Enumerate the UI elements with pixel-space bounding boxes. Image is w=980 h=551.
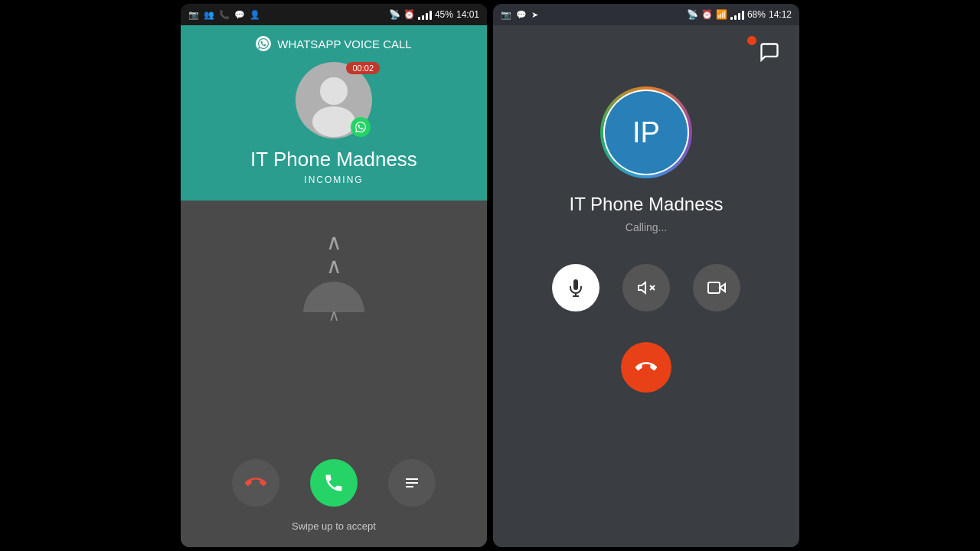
signal-icon <box>418 9 432 20</box>
svg-rect-8 <box>708 282 720 293</box>
phone2-body: IP IT Phone Madness Calling... <box>493 25 799 547</box>
p2-time-display: 14:12 <box>769 9 792 20</box>
call2-controls <box>552 264 740 311</box>
p2-whatsapp-icon: 💬 <box>516 10 527 20</box>
call2-status: Calling... <box>626 221 667 233</box>
phone1-body: ∧ ∧ ∧ <box>181 201 487 547</box>
status-icons-left: 📷 👥 📞 💬 👤 <box>188 10 260 20</box>
time-display: 14:01 <box>456 9 479 20</box>
chat-bubble-icon[interactable] <box>755 37 784 67</box>
arrow-icon-1: ∧ <box>326 231 342 255</box>
whatsapp-badge <box>351 117 371 137</box>
mute-button[interactable] <box>552 264 599 311</box>
phone1-status-bar: 📷 👥 📞 💬 👤 📡 ⏰ 45% 14:01 <box>181 4 487 25</box>
svg-point-1 <box>312 106 355 137</box>
status-icons-right: 📡 ⏰ 45% 14:01 <box>389 9 479 20</box>
decline-button[interactable] <box>232 459 279 507</box>
whatsapp-icon <box>256 36 271 51</box>
phone1-header: WHATSAPP VOICE CALL 00:02 IT Phon <box>181 25 487 201</box>
swipe-arrows: ∧ ∧ ∧ <box>303 231 364 324</box>
p2-status-icons-left: 📷 💬 ➤ <box>501 10 538 20</box>
alarm-icon: ⏰ <box>403 9 415 20</box>
message-icon: 💬 <box>234 10 245 20</box>
camera-icon: 📷 <box>188 10 199 20</box>
call-actions <box>232 459 436 507</box>
swipe-instruction: Swipe up to accept <box>292 520 376 532</box>
p2-status-icons-right: 📡 ⏰ 📶 68% 14:12 <box>687 9 792 20</box>
contacts-icon: 👥 <box>204 10 214 20</box>
whatsapp-call-label: WHATSAPP VOICE CALL <box>256 36 411 51</box>
svg-marker-4 <box>639 282 645 293</box>
p2-signal-icon <box>730 9 744 20</box>
caller2-name: IT Phone Madness <box>569 194 723 215</box>
avatar2-initials-bg: IP <box>605 91 688 174</box>
svg-point-0 <box>320 77 348 105</box>
accept-button[interactable] <box>310 459 358 507</box>
p2-nav-icon: ➤ <box>531 10 538 20</box>
group-icon: 👤 <box>250 10 260 20</box>
p2-alarm-icon: ⏰ <box>701 9 713 20</box>
p2-battery-text: 68% <box>747 9 766 20</box>
avatar2-container: IP <box>600 86 692 178</box>
caller-name: IT Phone Madness <box>250 148 417 171</box>
avatar2-initials: IP <box>632 116 660 149</box>
call-timer: 00:02 <box>346 62 380 74</box>
p2-camera-icon: 📷 <box>501 10 511 20</box>
phone2-device: 📷 💬 ➤ 📡 ⏰ 📶 68% 14:12 <box>493 4 799 547</box>
phone-icon: 📞 <box>219 10 230 20</box>
end-call-button[interactable] <box>621 342 671 393</box>
call-status: INCOMING <box>304 174 363 185</box>
arrow-icon-2: ∧ <box>326 255 342 279</box>
cast-icon: 📡 <box>389 9 400 20</box>
message-button[interactable] <box>388 459 436 507</box>
avatar2-ring: IP <box>600 86 692 178</box>
whatsapp-call-text: WHATSAPP VOICE CALL <box>277 37 411 51</box>
svg-marker-7 <box>720 284 725 292</box>
battery-text: 45% <box>435 9 453 20</box>
phone1-device: 📷 👥 📞 💬 👤 📡 ⏰ 45% 14:01 <box>181 4 487 547</box>
p2-cast-icon: 📡 <box>687 9 698 20</box>
video-button[interactable] <box>693 264 740 311</box>
avatar2-inner: IP <box>603 90 689 175</box>
p2-wifi-icon: 📶 <box>716 9 727 20</box>
avatar-container: 00:02 <box>296 62 372 139</box>
phone2-status-bar: 📷 💬 ➤ 📡 ⏰ 📶 68% 14:12 <box>493 4 799 25</box>
arrow-icon-3: ∧ <box>328 306 340 324</box>
speaker-button[interactable] <box>622 264 670 311</box>
